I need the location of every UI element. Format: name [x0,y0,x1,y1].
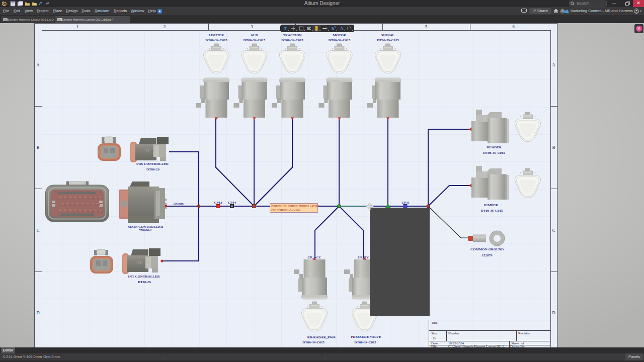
svg-text:3: 3 [251,24,253,29]
svg-text:D: D [552,310,555,315]
svg-text:D: D [36,310,39,315]
svg-text:6: 6 [512,24,514,29]
svg-text:DT06-3S-C015: DT06-3S-C015 [205,38,227,42]
svg-text:B: B [552,145,555,150]
svg-text:Title: Title [431,321,438,324]
svg-text:B: B [433,336,436,340]
svg-text:5: 5 [425,24,427,29]
svg-text:CP14: CP14 [228,201,236,204]
svg-text:Number: Number [448,331,460,335]
svg-text:COMMON GROUND: COMMON GROUND [470,247,504,251]
svg-text:CP11: CP11 [401,201,410,204]
svg-text:Harness PN: Sample Harness Lay: Harness PN: Sample Harness Layout [271,204,319,207]
svg-text:Part Number: ALU001: Part Number: ALU001 [271,208,301,211]
svg-text:INT CONTROLLER: INT CONTROLLER [128,275,160,278]
svg-text:B: B [37,145,40,150]
svg-text:DT06-3S-C015: DT06-3S-C015 [481,209,503,212]
svg-text:MOTOR: MOTOR [333,33,347,37]
svg-text:RB-RADAR_PWR: RB-RADAR_PWR [307,335,336,339]
svg-text:A: A [340,26,344,31]
svg-text:1: 1 [76,24,78,29]
svg-text:DT06-3S-C015: DT06-3S-C015 [244,38,266,42]
svg-text:DT06-3S-C015: DT06-3S-C015 [302,340,325,344]
svg-text:770680-1: 770680-1 [139,228,152,232]
svg-text:AUX: AUX [251,33,258,37]
svg-text:MAIN CONTROLLER: MAIN CONTROLLER [128,225,164,228]
svg-text:DT06-3S-C015: DT06-3S-C015 [483,151,505,154]
svg-text:500mm: 500mm [173,202,184,205]
svg-text:152879: 152879 [482,253,493,257]
svg-text:DT06-2S: DT06-2S [146,167,159,171]
svg-text:C: C [552,228,555,233]
svg-text:PRESSURE VALVE: PRESSURE VALVE [351,335,381,338]
svg-text:DT06-3S-C015: DT06-3S-C015 [281,38,303,42]
svg-text:SIGNAL: SIGNAL [381,33,395,37]
svg-text:TRACTION: TRACTION [283,33,301,37]
svg-text:DT06-3S-C015: DT06-3S-C015 [354,340,376,344]
svg-text:A: A [36,62,40,67]
svg-text:2: 2 [164,24,166,29]
svg-text:C: C [37,228,40,233]
svg-text:CP13: CP13 [214,201,222,204]
svg-text:CP_PV: CP_PV [358,255,369,259]
svg-text:POS CONTROLLER: POS CONTROLLER [136,162,169,165]
svg-text:DT06-2S: DT06-2S [138,280,151,284]
svg-text:CP_ACC: CP_ACC [307,255,321,259]
svg-text:DT06-3S-C015: DT06-3S-C015 [329,38,351,42]
svg-text:Revision: Revision [518,331,531,335]
svg-text:JUMPER: JUMPER [484,203,499,207]
svg-text:DT06-3S-C015: DT06-3S-C015 [377,38,399,42]
svg-text:Size: Size [431,331,437,335]
svg-text:LIMITER: LIMITER [209,33,225,37]
svg-text:A: A [552,62,555,67]
svg-text:HEADER: HEADER [487,145,502,149]
